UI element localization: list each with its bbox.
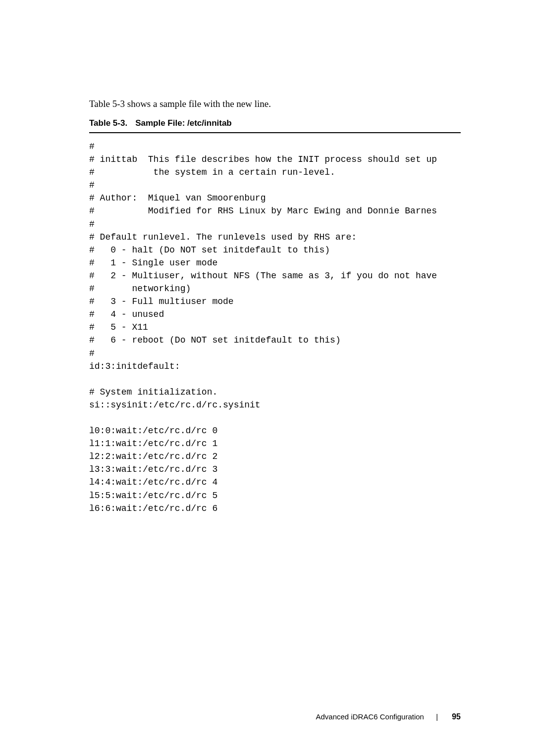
- table-caption: Table 5-3.Sample File: /etc/innitab: [89, 118, 461, 128]
- footer-page-number: 95: [452, 712, 461, 721]
- footer-section: Advanced iDRAC6 Configuration: [316, 712, 424, 721]
- page-footer: Advanced iDRAC6 Configuration | 95: [316, 712, 461, 721]
- footer-divider: |: [436, 712, 438, 721]
- intro-text: Table 5-3 shows a sample file with the n…: [89, 99, 461, 109]
- table-number: Table 5-3.: [89, 118, 127, 128]
- code-block: # # inittab This file describes how the …: [89, 140, 461, 515]
- table-caption-text: Sample File: /etc/innitab: [135, 118, 232, 128]
- table-rule: [89, 132, 461, 133]
